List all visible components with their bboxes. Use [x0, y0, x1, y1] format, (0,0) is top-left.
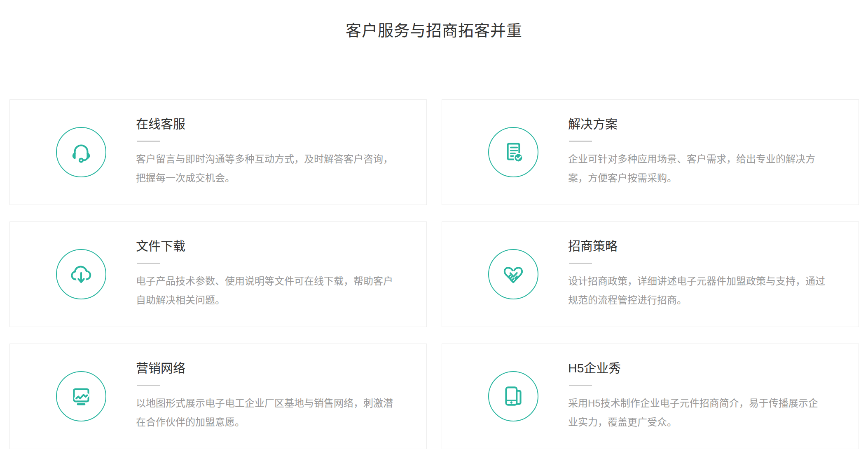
card-body: 文件下载 电子产品技术参数、使用说明等文件可在线下载，帮助客户 自助解决相关问题… [136, 239, 409, 310]
card-divider [569, 385, 592, 386]
card-description-line: 把握每一次成交机会。 [136, 169, 393, 188]
card-description: 采用H5技术制作企业电子元件招商简介，易于传播展示企 业实力，覆盖更广受众。 [568, 394, 818, 432]
card-description-line: 在合作伙伴的加盟意愿。 [136, 413, 393, 432]
card-body: H5企业秀 采用H5技术制作企业电子元件招商简介，易于传播展示企 业实力，覆盖更… [568, 361, 835, 432]
card-body: 解决方案 企业可针对多种应用场景、客户需求，给出专业的解决方 案，方便客户按需采… [568, 117, 832, 188]
cloud-download-icon [56, 249, 106, 299]
card-description-line: 企业可针对多种应用场景、客户需求，给出专业的解决方 [568, 150, 815, 169]
card-solutions: 解决方案 企业可针对多种应用场景、客户需求，给出专业的解决方 案，方便客户按需采… [442, 99, 859, 205]
document-check-icon [488, 127, 538, 177]
card-description-line: 客户留言与即时沟通等多种互动方式，及时解答客户咨询， [136, 150, 393, 169]
card-title: 在线客服 [136, 117, 393, 131]
card-description-line: 设计招商政策，详细讲述电子元器件加盟政策与支持，通过 [568, 272, 825, 291]
card-description-line: 电子产品技术参数、使用说明等文件可在线下载，帮助客户 [136, 272, 393, 291]
card-investment-strategy: 招商策略 设计招商政策，详细讲述电子元器件加盟政策与支持，通过 规范的流程管控进… [442, 221, 859, 327]
card-marketing-network: 营销网络 以地图形式展示电子电工企业厂区基地与销售网络，刺激潜 在合作伙伴的加盟… [9, 344, 427, 449]
card-description-line: 自助解决相关问题。 [136, 291, 393, 310]
card-description-line: 以地图形式展示电子电工企业厂区基地与销售网络，刺激潜 [136, 394, 393, 413]
phone-icon [488, 371, 538, 421]
card-description: 电子产品技术参数、使用说明等文件可在线下载，帮助客户 自助解决相关问题。 [136, 272, 393, 310]
card-description: 以地图形式展示电子电工企业厂区基地与销售网络，刺激潜 在合作伙伴的加盟意愿。 [136, 394, 393, 432]
card-body: 招商策略 设计招商政策，详细讲述电子元器件加盟政策与支持，通过 规范的流程管控进… [568, 239, 842, 310]
card-body: 在线客服 客户留言与即时沟通等多种互动方式，及时解答客户咨询， 把握每一次成交机… [136, 117, 409, 188]
card-divider [137, 263, 160, 264]
card-description-line: 业实力，覆盖更广受众。 [568, 413, 818, 432]
feature-cards: 在线客服 客户留言与即时沟通等多种互动方式，及时解答客户咨询， 把握每一次成交机… [0, 99, 868, 449]
card-file-download: 文件下载 电子产品技术参数、使用说明等文件可在线下载，帮助客户 自助解决相关问题… [9, 221, 427, 327]
card-divider [137, 385, 160, 386]
headset-icon [56, 127, 106, 177]
card-description-line: 案，方便客户按需采购。 [568, 169, 815, 188]
card-title: 招商策略 [568, 239, 825, 253]
card-divider [137, 141, 160, 142]
handshake-icon [488, 249, 538, 299]
card-title: 文件下载 [136, 239, 393, 253]
card-description: 设计招商政策，详细讲述电子元器件加盟政策与支持，通过 规范的流程管控进行招商。 [568, 272, 825, 310]
card-title: H5企业秀 [568, 361, 818, 375]
card-online-service: 在线客服 客户留言与即时沟通等多种互动方式，及时解答客户咨询， 把握每一次成交机… [9, 99, 427, 205]
card-description-line: 规范的流程管控进行招商。 [568, 291, 825, 310]
page-title: 客户服务与招商拓客并重 [0, 0, 868, 40]
monitor-chart-icon [56, 371, 106, 421]
card-description: 客户留言与即时沟通等多种互动方式，及时解答客户咨询， 把握每一次成交机会。 [136, 150, 393, 188]
card-h5-showcase: H5企业秀 采用H5技术制作企业电子元件招商简介，易于传播展示企 业实力，覆盖更… [442, 344, 859, 449]
card-title: 解决方案 [568, 117, 815, 131]
card-body: 营销网络 以地图形式展示电子电工企业厂区基地与销售网络，刺激潜 在合作伙伴的加盟… [136, 361, 409, 432]
card-description: 企业可针对多种应用场景、客户需求，给出专业的解决方 案，方便客户按需采购。 [568, 150, 815, 188]
card-divider [569, 263, 592, 264]
card-divider [569, 141, 592, 142]
card-description-line: 采用H5技术制作企业电子元件招商简介，易于传播展示企 [568, 394, 818, 413]
card-title: 营销网络 [136, 361, 393, 375]
